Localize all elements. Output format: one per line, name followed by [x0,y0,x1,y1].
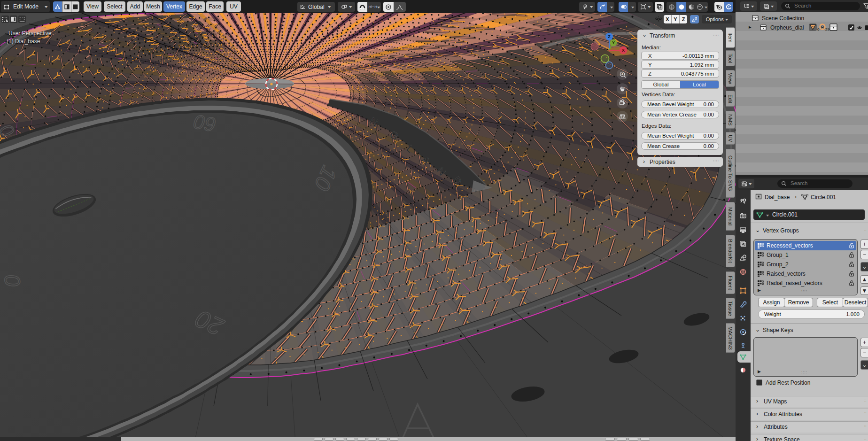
svg-text:6: 6 [817,27,820,31]
svg-text:X: X [622,48,625,53]
svg-text:Z: Z [608,34,611,39]
svg-text:60: 60 [192,110,218,136]
svg-text:Y: Y [612,40,615,45]
svg-text:29: 29 [825,27,829,31]
